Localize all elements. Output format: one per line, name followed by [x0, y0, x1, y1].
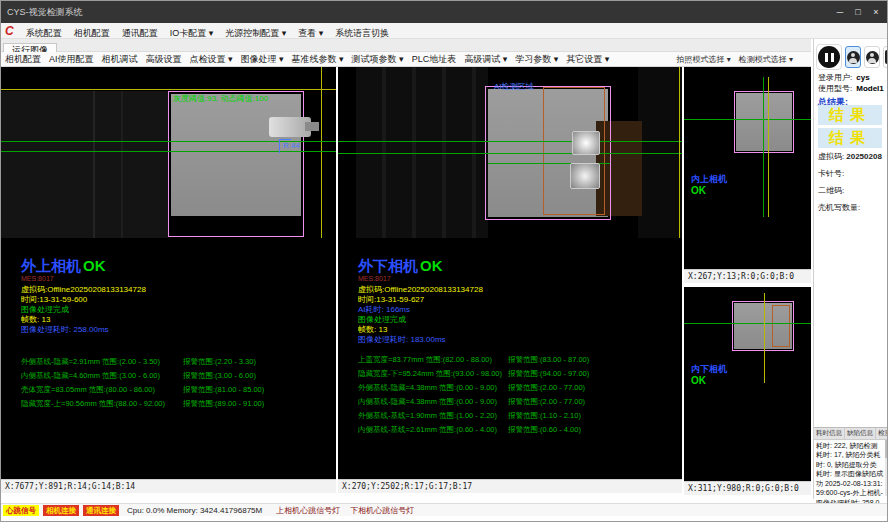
camera-image-inner-top[interactable]: 内上相机 OK [684, 67, 811, 269]
menu-item[interactable]: 系统配置 [20, 28, 68, 38]
baseline-line-green [338, 153, 682, 154]
alarm-range: 报警范围:(2.00 - 77.00) [508, 381, 585, 395]
camera-panel-inner-top: 内上相机 OK X:267;Y:13;R:0;G:0;B:0 [684, 67, 811, 283]
pixel-status-outer-bottom: X:270;Y:2502;R:17;G:17;B:17 [338, 479, 682, 493]
pause-icon [818, 46, 840, 68]
toolbar-item[interactable]: 测试项参数 ▾ [348, 53, 408, 66]
measurement-row: 隐藏宽度-上=90.56mm 范围:(88.00 - 92.00)报警范围:(8… [21, 397, 336, 411]
ok-status-label: OK [83, 257, 106, 274]
menu-item[interactable]: 系统语言切换 [329, 28, 395, 38]
camera-image-outer-top[interactable]: 灰度阈值:93, 动态阈值:100 R:44 [1, 67, 336, 238]
toolbar-item[interactable]: 图像处理 ▾ [237, 53, 288, 66]
toolbar-item[interactable]: 点检设置 ▾ [186, 53, 237, 66]
measurement-value: 外侧基线-基线=1.90mm 范围:(1.00 - 2.20) [358, 409, 508, 423]
model-value[interactable]: Model1 [856, 84, 884, 93]
operator-button[interactable] [864, 46, 880, 68]
measurement-value: 内侧基线-隐藏=4.38mm 范围:(0.00 - 9.00) [358, 395, 508, 409]
log-tab[interactable]: 缺陷信息 [845, 428, 876, 439]
roi-rect-pink [168, 91, 304, 237]
toolbar-item[interactable]: AI使用配置 [45, 53, 98, 66]
alarm-range: 报警范围:(2.20 - 3.30) [183, 355, 256, 369]
toolbar-item[interactable]: 高级设置 [142, 53, 186, 66]
toolbar-dropdown[interactable]: 检测模式选择 ▾ [735, 54, 797, 65]
threshold-annotation: 灰度阈值:93, 动态阈值:100 [173, 93, 268, 104]
status-bar: 心跳信号相机连接通讯连接 Cpu: 0.0% Memory: 3424.4179… [1, 503, 888, 516]
toolbar-item[interactable]: 相机配置 [1, 53, 45, 66]
field-label: 卡针号: [818, 169, 844, 178]
status-badges: 心跳信号相机连接通讯连接 [3, 505, 119, 516]
result-text-outer-top: 外上相机OK MES:8017 虚拟码:Offline2025020813313… [1, 238, 336, 479]
camera-image-outer-bottom[interactable]: AI检测区域 [338, 67, 682, 238]
measurement-row: 外侧基线-隐藏=2.91mm 范围:(2.00 - 3.50)报警范围:(2.2… [21, 355, 336, 369]
camera-name-label: 外上相机 [21, 257, 81, 274]
alarm-range: 报警范围:(1.10 - 2.10) [508, 409, 581, 423]
baseline-line-green [684, 119, 811, 120]
model-row: 使用型号:Model1 [818, 83, 884, 94]
dark-background-block [1, 91, 169, 238]
menu-item[interactable]: 光源控制配置 ▾ [219, 28, 292, 38]
alarm-range: 报警范围:(2.00 - 77.00) [508, 395, 585, 409]
menu-item[interactable]: IO卡配置 ▾ [164, 28, 220, 38]
menu-item[interactable]: 通讯配置 [116, 28, 164, 38]
camera-panel-inner-bottom: 内下相机 OK X:311;Y:980;R:0;G:0;B:0 [684, 287, 811, 495]
log-tab[interactable]: 耗时信息 [814, 428, 845, 439]
alarm-range: 报警范围:(89.00 - 91.00) [183, 397, 264, 411]
baseline-line-green-vertical [763, 77, 764, 217]
measurement-row: 内侧基线-隐藏=4.60mm 范围:(3.00 - 6.00)报警范围:(3.0… [21, 369, 336, 383]
minimize-button[interactable]: ─ [831, 7, 849, 17]
info-lines: 虚拟码:Offline20250208133134728时间:13-31-59-… [358, 285, 682, 345]
toolbar-items: 相机配置AI使用配置相机调试高级设置点检设置 ▾图像处理 ▾基准线参数 ▾测试项… [1, 53, 613, 66]
user-login-button[interactable] [845, 46, 861, 68]
log-tab[interactable]: 检测信息 [876, 428, 888, 439]
measurement-list: 外侧基线-隐藏=2.91mm 范围:(2.00 - 3.50)报警范围:(2.2… [21, 355, 336, 411]
alarm-range: 报警范围:(83.00 - 87.00) [508, 353, 589, 367]
baseline-line-green [338, 141, 682, 142]
toolbar-right-items: 拍照模式选择 ▾检测模式选择 ▾ [673, 54, 798, 65]
heartbeat-signal-label: 下相机心跳信号灯 [350, 505, 414, 516]
close-button[interactable]: × [867, 7, 885, 17]
toolbar-item[interactable]: 其它设置 ▾ [562, 53, 613, 66]
result-box: 结果 [818, 128, 882, 148]
toolbar-item[interactable]: 学习参数 ▾ [511, 53, 562, 66]
exit-button[interactable] [883, 46, 888, 68]
maximize-button[interactable]: □ [849, 7, 867, 17]
sidebar-field: 卡针号: [818, 168, 888, 179]
sidebar-field: 虚拟码:20250208 [818, 151, 888, 162]
info-line: 帧数: 13 [358, 325, 682, 335]
menu-item[interactable]: 查看 ▾ [292, 28, 329, 38]
info-lines: 虚拟码:Offline20250208133134728时间:13-31-59-… [21, 285, 336, 335]
defect-highlight [570, 163, 600, 189]
result-text-outer-bottom: 外下相机OK MES:8017 虚拟码:Offline2025020813313… [338, 238, 682, 479]
toolbar-item[interactable]: PLC地址表 [408, 53, 461, 66]
titlebar: CYS-视觉检测系统 ─ □ × [1, 1, 888, 23]
log-panel: 耗时信息缺陷信息检测信息 耗时: 222, 缺陷检测耗时: 17, 缺陷分类耗时… [814, 427, 888, 497]
ai-region-rect-orange [772, 305, 790, 347]
window-title: CYS-视觉检测系统 [7, 6, 83, 19]
ok-status-label: OK [420, 257, 443, 274]
boundary-line-yellow-vertical [321, 67, 322, 238]
sidebar-fields: 虚拟码:20250208卡针号:二维码:壳机写数量: [818, 151, 888, 219]
toolbar-item[interactable]: 高级调试 ▾ [460, 53, 511, 66]
sidebar: 登录用户:cys 使用型号:Model1 总结果: 结果结果 虚拟码:20250… [813, 39, 888, 499]
mes-code-label: MES:8017 [21, 275, 336, 282]
menubar: C 系统配置相机配置通讯配置IO卡配置 ▾光源控制配置 ▾查看 ▾系统语言切换 [1, 23, 888, 39]
camera-panel-outer-top: 灰度阈值:93, 动态阈值:100 R:44 外上相机OK MES:8017 虚… [1, 67, 336, 493]
log-tabs: 耗时信息缺陷信息检测信息 [814, 428, 888, 440]
toolbar-item[interactable]: 基准线参数 ▾ [288, 53, 348, 66]
toolbar-item[interactable]: 相机调试 [98, 53, 142, 66]
background-edge-line [93, 91, 95, 238]
menu-item[interactable]: 相机配置 [68, 28, 116, 38]
status-badge: 通讯连接 [83, 505, 119, 516]
pixel-status-inner-bottom: X:311;Y:980;R:0;G:0;B:0 [684, 481, 811, 495]
toolbar-dropdown[interactable]: 拍照模式选择 ▾ [673, 54, 735, 65]
boundary-line-yellow-vertical [679, 67, 680, 238]
model-label: 使用型号: [818, 84, 852, 93]
field-label: 虚拟码: [818, 152, 844, 161]
sidebar-buttons [816, 44, 888, 70]
info-line: 图像处理完成 [21, 305, 336, 315]
pause-button[interactable] [816, 44, 842, 70]
pixel-status-outer-top: X:7677;Y:891;R:14;G:14;B:14 [1, 479, 336, 493]
measurement-row: 外侧基线-隐藏=4.38mm 范围:(0.00 - 9.00)报警范围:(2.0… [358, 381, 682, 395]
camera-image-inner-bottom[interactable]: 内下相机 OK [684, 287, 811, 481]
camera-result-title: 外上相机OK [21, 258, 336, 274]
